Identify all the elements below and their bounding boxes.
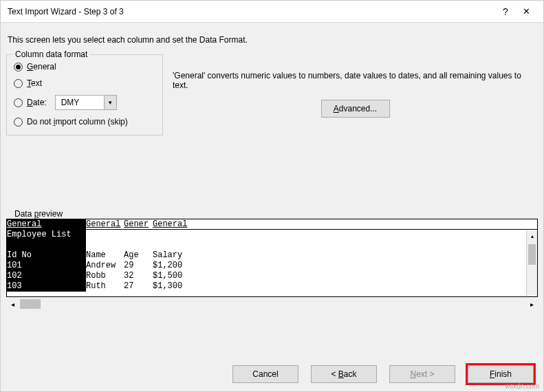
scroll-up-icon[interactable]: ▴ (527, 230, 537, 241)
column-format-group: Column data format General Text Date: (6, 54, 163, 135)
help-button[interactable]: ? (495, 6, 516, 17)
preview-col-header[interactable]: General (7, 219, 86, 229)
content-area: This screen lets you select each column … (1, 23, 543, 316)
date-format-select[interactable]: DMY ▼ (55, 95, 117, 110)
scroll-thumb[interactable] (528, 244, 536, 265)
date-format-value: DMY (56, 98, 104, 107)
preview-column[interactable]: Name Andrew Robb Ruth (86, 230, 124, 292)
window-title: Text Import Wizard - Step 3 of 3 (8, 7, 495, 17)
radio-general[interactable]: General (14, 62, 158, 72)
close-button[interactable]: ✕ (516, 6, 536, 17)
radio-date-label: ate: (33, 98, 47, 107)
title-bar: Text Import Wizard - Step 3 of 3 ? ✕ (1, 1, 543, 23)
data-preview-group: Data preview GeneralGeneralGenerGeneral … (6, 214, 538, 310)
preview-col-header[interactable]: General (153, 219, 513, 229)
back-button[interactable]: < Back (311, 365, 377, 383)
next-button: Next > (389, 365, 455, 383)
scroll-left-icon[interactable]: ◂ (6, 301, 19, 308)
chevron-down-icon: ▼ (104, 96, 116, 109)
finish-button[interactable]: Finish (468, 365, 534, 383)
format-description: 'General' converts numeric values to num… (173, 71, 538, 90)
radio-empty-icon (14, 98, 23, 107)
button-row: Cancel < Back Next > Finish (232, 365, 534, 383)
preview-legend: Data preview (12, 209, 65, 219)
preview-col-header[interactable]: General (86, 219, 124, 229)
preview-header-row: GeneralGeneralGenerGeneral (7, 219, 537, 230)
preview-body: Employee List Id No 101 102 103 Name And… (7, 230, 537, 292)
radio-skip[interactable]: Do not import column (skip) (14, 117, 158, 127)
radio-dot-icon (14, 63, 23, 72)
radio-empty-icon (14, 118, 23, 127)
radio-empty-icon (14, 79, 23, 88)
format-description-area: 'General' converts numeric values to num… (173, 50, 538, 118)
radio-skip-label: Do not import column (skip) (27, 117, 128, 127)
instruction-text: This screen lets you select each column … (8, 35, 538, 45)
radio-text-label: ext (31, 78, 42, 88)
preview-grid[interactable]: GeneralGeneralGenerGeneral Employee List… (6, 219, 538, 297)
hscroll-thumb[interactable] (20, 299, 41, 309)
preview-column[interactable]: Salary $1,200 $1,500 $1,300 (153, 230, 513, 292)
radio-general-label: eneral (33, 62, 56, 72)
horizontal-scrollbar[interactable]: ◂ ▸ (6, 298, 538, 310)
preview-column[interactable]: Age 29 32 27 (124, 230, 153, 292)
vertical-scrollbar[interactable]: ▴ (526, 230, 537, 296)
advanced-button[interactable]: Advanced... (321, 100, 390, 118)
scroll-right-icon[interactable]: ▸ (525, 301, 538, 308)
cancel-button[interactable]: Cancel (232, 365, 298, 383)
wizard-window: Text Import Wizard - Step 3 of 3 ? ✕ Thi… (0, 0, 544, 392)
watermark: wsxdn.com (505, 382, 539, 390)
radio-date[interactable]: Date: DMY ▼ (14, 95, 158, 110)
format-legend: Column data format (12, 50, 90, 59)
radio-text[interactable]: Text (14, 78, 158, 88)
preview-col-header[interactable]: Gener (124, 219, 153, 229)
preview-column[interactable]: Employee List Id No 101 102 103 (7, 230, 86, 292)
